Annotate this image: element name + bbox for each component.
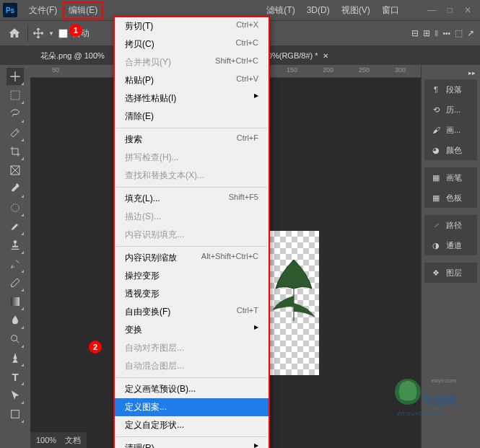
eraser-tool[interactable] [6,274,24,291]
channel-icon: ◑ [430,240,442,251]
status-bar: 100% 文档 [30,432,87,448]
menu-item[interactable]: 粘贴(P)Ctrl+V [115,71,269,89]
crop-tool[interactable] [6,143,24,160]
share-icon[interactable]: ↗ [467,28,474,38]
auto-checkbox[interactable] [58,29,68,38]
menu-item[interactable]: 定义画笔预设(B)... [115,380,269,398]
home-icon[interactable] [6,25,23,42]
panel-brush-settings[interactable]: ▦画笔 [424,167,477,188]
marquee-tool[interactable] [6,87,24,104]
maximize-icon[interactable]: □ [448,5,453,15]
doc-tab-label: 0%(RGB/8#) * [268,51,318,60]
frame-tool[interactable] [6,162,24,179]
path-icon: ⟋ [430,219,442,231]
brush-tool[interactable] [6,218,24,235]
toolbox: T [0,65,30,448]
menu-item[interactable]: 透视变形 [115,285,269,303]
brush-settings-icon: ▦ [430,172,442,183]
menu-item: 查找和替换文本(X)... [115,167,269,185]
pen-tool[interactable] [6,349,24,366]
menu-item: 自动对齐图层... [115,339,269,357]
svg-text:xiayx.com: xiayx.com [431,377,457,384]
stamp-tool[interactable] [6,237,24,254]
menu-item: 自动混合图层... [115,357,269,375]
heal-tool[interactable] [6,199,24,216]
menu-item[interactable]: 清理(R) [115,439,269,448]
history-brush-tool[interactable] [6,255,24,273]
menu-item[interactable]: 搜索Ctrl+F [115,131,269,149]
menu-item[interactable]: 剪切(T)Ctrl+X [115,17,269,35]
menu-item[interactable]: 操控变形 [115,267,269,285]
doc-tab-label: 花朵.png @ 100% [40,50,105,61]
edit-menu-dropdown: 剪切(T)Ctrl+X拷贝(C)Ctrl+C合并拷贝(Y)Shift+Ctrl+… [113,16,270,448]
menu-file[interactable]: 文件(F) [23,1,63,19]
menu-item: 描边(S)... [115,208,269,226]
color-icon: ◕ [430,144,442,156]
doc-tab-1[interactable]: 花朵.png @ 100% [35,46,110,65]
menu-edit[interactable]: 编辑(E) [63,1,103,19]
menu-item[interactable]: 清除(E) [115,107,269,126]
menu-3d[interactable]: 3D(D) [301,2,336,18]
blur-tool[interactable] [6,312,24,329]
brush-icon: 🖌 [430,124,442,136]
history-icon: ⟲ [430,104,442,115]
layer-icon: ❖ [430,267,442,278]
menu-window[interactable]: 窗口 [376,1,405,19]
paragraph-icon: ¶ [430,84,442,95]
svg-point-4 [12,335,17,341]
path-select-tool[interactable] [6,387,24,404]
close-tab-icon[interactable]: ✕ [323,52,328,60]
panel-paragraph[interactable]: ¶段落 [424,79,477,100]
close-icon[interactable]: ✕ [464,5,471,15]
align-icon[interactable]: ⊟ [411,28,419,38]
gradient-tool[interactable] [6,293,24,310]
menu-item[interactable]: 拷贝(C)Ctrl+C [115,35,269,53]
zoom-level[interactable]: 100% [36,436,56,444]
menu-item[interactable]: 选择性粘贴(I) [115,89,269,107]
svg-rect-5 [12,410,19,418]
eyedropper-tool[interactable] [6,180,24,198]
menu-item[interactable]: 定义图案... [115,398,269,416]
callout-2: 2 [89,341,102,353]
menu-item[interactable]: 填充(L)...Shift+F5 [115,190,269,208]
menu-item[interactable]: 内容识别缩放Alt+Shift+Ctrl+C [115,249,269,267]
mode-icon[interactable]: ⬚ [455,28,463,38]
svg-rect-3 [11,297,19,306]
doc-tab-2[interactable]: 0%(RGB/8#) * ✕ [262,46,334,65]
panel-swatches[interactable]: ▦色板 [424,188,477,208]
app-logo: Ps [3,3,17,17]
move-tool[interactable] [6,68,24,85]
menu-item: 合并拷贝(Y)Shift+Ctrl+C [115,53,269,71]
distribute-icon[interactable]: ⫴ [435,28,438,38]
menu-item[interactable]: 变换 [115,321,269,339]
svg-text:号游戏: 号游戏 [422,394,457,406]
window-controls: — □ ✕ [427,5,477,15]
svg-text:ZIYOUYOUXIWEI: ZIYOUYOUXIWEI [397,410,443,417]
panel-layers[interactable]: ❖图层 [424,263,477,283]
svg-rect-0 [11,91,19,100]
watermark: 号游戏 ZIYOUYOUXIWEI xiayx.com [379,374,466,426]
doc-info: 文档 [65,435,81,446]
type-tool[interactable]: T [6,368,24,385]
minimize-icon[interactable]: — [427,5,436,15]
align-icon2[interactable]: ⊞ [423,28,430,38]
swatch-icon: ▦ [430,192,442,203]
wand-tool[interactable] [6,124,24,141]
menu-item[interactable]: 定义自定形状... [115,416,269,434]
menu-item: 内容识别填充... [115,226,269,244]
menu-item[interactable]: 自由变换(F)Ctrl+T [115,303,269,321]
flower-image [265,252,323,325]
panel-channels[interactable]: ◑通道 [424,235,477,255]
shape-tool[interactable] [6,405,24,423]
svg-point-2 [12,204,19,212]
panel-paths[interactable]: ⟋路径 [424,215,477,235]
panel-history[interactable]: ⟲历... [424,100,477,120]
panel-color[interactable]: ◕颜色 [424,140,477,160]
panel-brushes[interactable]: 🖌画... [424,120,477,140]
menu-view[interactable]: 视图(V) [336,1,376,19]
menu-item: 拼写检查(H)... [115,149,269,167]
dodge-tool[interactable] [6,330,24,348]
move-tool-icon[interactable] [32,27,44,39]
callout-1: 1 [69,24,82,37]
lasso-tool[interactable] [6,105,24,123]
